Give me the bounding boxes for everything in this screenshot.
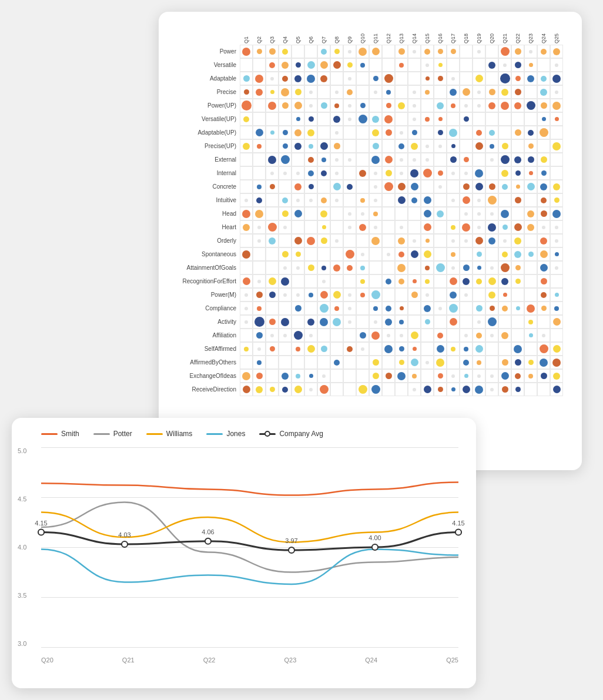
bubble-row-label: Precise [163,85,240,99]
grid-cell [266,180,279,193]
bubble-dot [384,115,393,123]
grid-cell [395,180,408,193]
bubble-dot [282,49,288,55]
grid-cell [304,356,317,369]
grid-cell [434,383,447,396]
grid-cell [408,315,421,329]
grid-cell [266,99,279,112]
bubble-dot [475,169,483,177]
grid-cell [382,166,395,180]
chart-legend: SmithPotterWilliamsJonesCompany Avg [41,430,458,438]
grid-cell [524,261,537,274]
bubble-dot [477,266,481,270]
grid-cell [317,315,330,329]
bubble-dot [374,172,377,175]
bubble-dot [320,318,328,326]
grid-cell [408,220,421,234]
grid-cell [279,220,292,234]
grid-cell [524,315,537,329]
bubble-dot [438,49,443,54]
bubble-dot [438,307,442,310]
bubble-dot [516,306,520,310]
grid-cell [279,342,292,356]
bubble-col-header: Q20 [485,21,498,43]
bubble-dot [372,48,380,55]
bubble-dot [554,197,560,203]
grid-cell [356,315,369,329]
bubble-dot [541,292,547,298]
grid-cell [369,153,382,166]
grid-cell [421,315,434,329]
grid-cell [524,274,537,288]
bubble-dot [296,172,300,175]
x-axis-label: Q20 [41,657,53,664]
bubble-dot [321,102,327,109]
grid-cell [395,58,408,72]
grid-cell [550,112,563,126]
bubble-dot [256,89,263,96]
grid-cell [343,383,356,396]
bubble-dot [527,224,534,231]
bubble-dot [347,89,353,95]
grid-cell [266,383,279,396]
grid-cell [473,383,485,396]
grid-cell [485,85,498,99]
svg-point-5 [455,530,461,535]
bubble-dot [283,266,287,270]
bubble-row-label: Versatile(UP) [163,112,240,126]
grid-cell [408,247,421,261]
grid-cell [550,329,563,342]
grid-cell [330,274,343,288]
bubble-dot [477,320,481,324]
grid-cell [395,247,408,261]
grid-cell [434,193,447,207]
grid-cell [537,329,550,342]
grid-cell [279,288,292,302]
bubble-dot [425,319,430,324]
grid-cell [485,139,498,153]
bubble-dot [386,170,392,176]
grid-cell [524,193,537,207]
legend-line [146,433,163,435]
grid-cell [369,99,382,112]
grid-cell [266,153,279,166]
bubble-dot [296,293,300,297]
grid-cell [460,302,473,315]
y-axis-label: 3.5 [18,592,26,599]
grid-cell [279,153,292,166]
bubble-dot [333,291,341,299]
grid-cell [524,180,537,193]
grid-cell [382,383,395,396]
bubble-row-label: Orderly [163,234,240,247]
bubble-row-label: SelfAffirmed [163,342,240,356]
bubble-dot [450,156,457,163]
grid-cell [279,247,292,261]
bubble-dot [373,306,378,311]
bubble-dot [450,292,457,299]
grid-cell [343,72,356,85]
grid-cell [266,274,279,288]
grid-cell [460,329,473,342]
grid-cell [511,207,524,220]
grid-cell [395,166,408,180]
bubble-dot [282,373,289,380]
grid-cell [330,302,343,315]
grid-cell [447,72,460,85]
grid-cell [537,85,550,99]
grid-cell [292,45,304,58]
grid-cell [356,99,369,112]
grid-cell [292,220,304,234]
bubble-dot [424,196,431,204]
grid-cell [524,112,537,126]
grid-cell [317,153,330,166]
bubble-dot [475,75,483,82]
grid-cell [498,112,511,126]
grid-cell [369,383,382,396]
grid-cell [317,288,330,302]
grid-cell [369,261,382,274]
bubble-dot [348,226,351,229]
bubble-dot [359,115,367,123]
grid-cell [408,274,421,288]
bubble-dot [541,102,547,109]
grid-cell [266,342,279,356]
